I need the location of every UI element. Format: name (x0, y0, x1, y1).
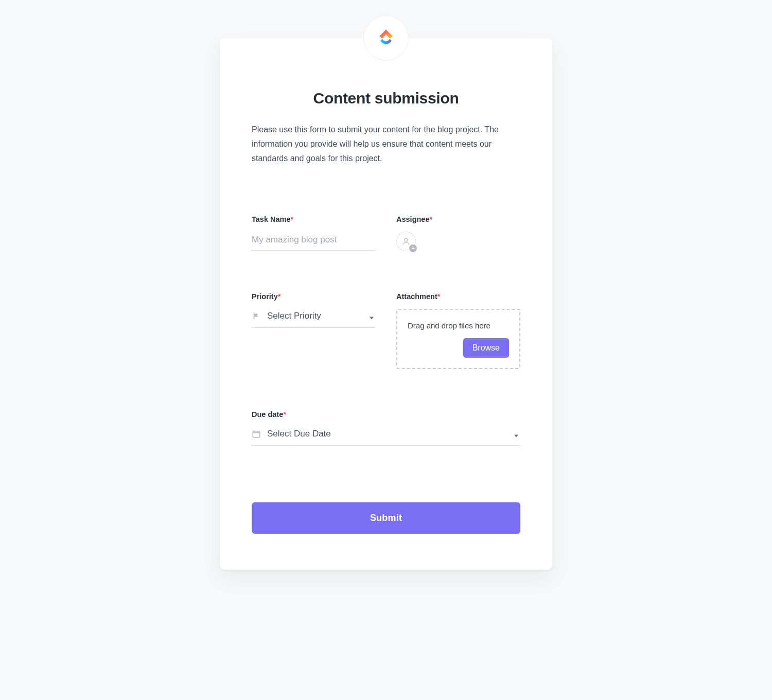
required-marker: * (437, 292, 441, 301)
task-name-input[interactable] (252, 232, 376, 251)
page-description: Please use this form to submit your cont… (252, 122, 520, 166)
due-date-label: Due date* (252, 410, 520, 418)
submit-button[interactable]: Submit (252, 502, 520, 534)
due-date-select[interactable]: Select Due Date (252, 427, 520, 446)
chevron-down-icon (514, 435, 518, 437)
flag-icon (252, 311, 261, 321)
svg-point-0 (405, 238, 408, 241)
app-logo (363, 15, 409, 61)
assignee-label: Assignee* (396, 215, 520, 223)
clickup-logo-icon (375, 27, 397, 49)
priority-select[interactable]: Select Priority (252, 309, 376, 328)
dropzone-text: Drag and drop files here (408, 321, 509, 330)
calendar-icon (252, 429, 261, 439)
due-date-placeholder: Select Due Date (267, 429, 331, 439)
priority-placeholder: Select Priority (267, 311, 321, 321)
browse-button[interactable]: Browse (463, 338, 509, 358)
required-marker: * (429, 215, 432, 223)
required-marker: * (291, 215, 294, 223)
plus-icon: + (409, 244, 417, 252)
priority-label: Priority* (252, 292, 376, 301)
person-icon (401, 237, 411, 246)
add-assignee-button[interactable]: + (396, 232, 416, 251)
required-marker: * (283, 410, 286, 418)
attachment-dropzone[interactable]: Drag and drop files here Browse (396, 309, 520, 369)
required-marker: * (278, 292, 281, 301)
svg-rect-1 (253, 431, 260, 437)
form-card: Content submission Please use this form … (220, 38, 552, 570)
page-title: Content submission (252, 90, 520, 107)
attachment-label: Attachment* (396, 292, 520, 301)
chevron-down-icon (370, 317, 374, 320)
task-name-label: Task Name* (252, 215, 376, 223)
